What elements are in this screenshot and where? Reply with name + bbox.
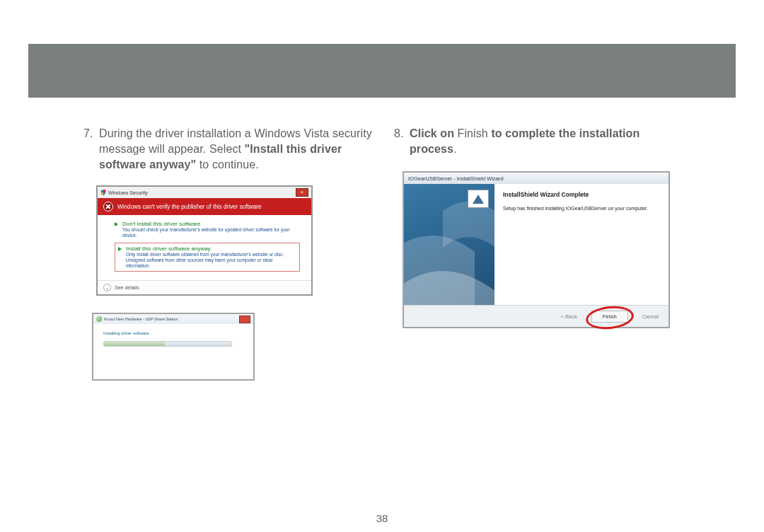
progress-bar	[103, 341, 232, 347]
option-dont-install: Don't install this driver software You s…	[115, 221, 300, 238]
cancel-button: Cancel	[642, 313, 659, 320]
option2-desc: Only install driver software obtained fr…	[118, 252, 296, 269]
wizard-logo-icon	[468, 190, 489, 208]
finish-highlight: Finish	[586, 308, 634, 325]
titlebar: IOGearUSBServer - InstallShield Wizard	[404, 173, 668, 184]
wizard-heading: InstallShield Wizard Complete	[503, 191, 660, 198]
step-text: Click on Finish to complete the installa…	[410, 126, 683, 157]
warning-text: Windows can't verify the publisher of th…	[117, 204, 262, 210]
titlebar: Found New Hardware - USP Share Station	[93, 314, 253, 324]
header-bar	[28, 44, 736, 98]
option1-title: Don't install this driver software	[122, 221, 200, 227]
arrow-icon	[118, 247, 122, 251]
shield-icon	[100, 190, 106, 195]
option1-desc: You should check your manufacturer's web…	[115, 227, 300, 238]
security-dialog-screenshot: Windows Security × Windows can't verify …	[96, 185, 313, 296]
hardware-icon	[96, 316, 102, 322]
close-icon: ×	[296, 188, 308, 197]
svg-rect-0	[103, 190, 105, 192]
back-button: < Back	[561, 313, 577, 320]
error-icon	[103, 202, 113, 212]
warning-banner: Windows can't verify the publisher of th…	[98, 198, 311, 215]
step8-b1: Click on	[410, 127, 458, 139]
step-8: 8. Click on Finish to complete the insta…	[394, 126, 683, 157]
chevron-down-icon: ⌄	[103, 284, 111, 291]
titlebar: Windows Security ×	[98, 187, 311, 198]
found-hardware-screenshot: Found New Hardware - USP Share Station I…	[92, 313, 255, 381]
wizard-desc: Setup has finished installing IOGearUSBS…	[503, 205, 660, 212]
titlebar-text: Windows Security	[108, 190, 148, 195]
see-details-label: See details	[115, 285, 139, 290]
step-7: 7. During the driver installation a Wind…	[83, 126, 373, 173]
option-install-anyway: Install this driver software anyway Only…	[115, 243, 300, 272]
step8-post: .	[453, 143, 457, 155]
svg-rect-1	[101, 192, 103, 195]
installshield-screenshot: IOGearUSBServer - InstallShield Wizard I…	[403, 171, 670, 328]
step-number: 7.	[83, 126, 99, 173]
step-text: During the driver installation a Windows…	[99, 126, 373, 173]
option2-title: Install this driver software anyway	[126, 245, 211, 252]
titlebar-text: Found New Hardware - USP Share Station	[104, 317, 178, 321]
status-label: Installing driver software...	[103, 331, 243, 335]
close-icon	[239, 316, 250, 323]
step-number: 8.	[394, 126, 410, 157]
titlebar-text: IOGearUSBServer - InstallShield Wizard	[408, 175, 504, 182]
finish-button: Finish	[591, 311, 628, 323]
wizard-artwork	[404, 184, 494, 305]
arrow-icon	[115, 222, 118, 226]
see-details-row: ⌄ See details	[98, 280, 311, 294]
page-number: 38	[0, 512, 764, 524]
step7-post: to continue.	[196, 158, 258, 170]
step8-plain: Finish	[458, 127, 492, 139]
